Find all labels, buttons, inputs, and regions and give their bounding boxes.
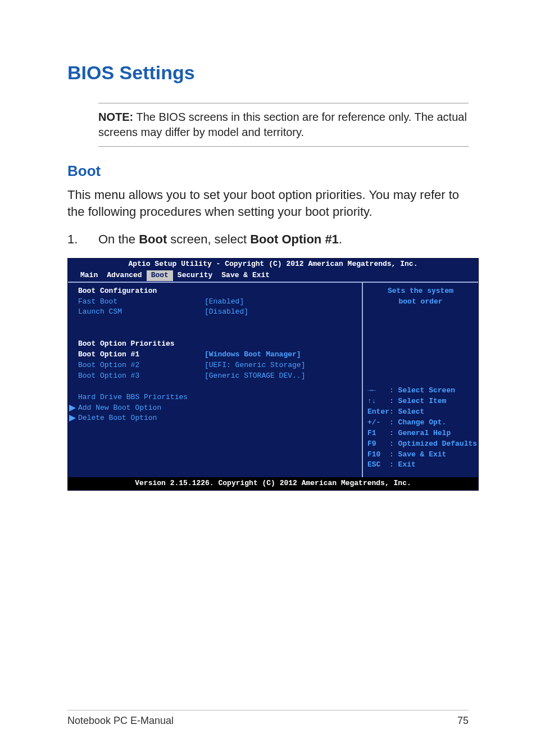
- bios-boot-opt2-label: Boot Option #2: [78, 360, 205, 371]
- bios-help-line2: boot order: [367, 297, 474, 307]
- bios-tab-boot: Boot: [147, 270, 173, 281]
- bios-fast-boot-label: Fast Boot: [78, 297, 205, 307]
- page-title: BIOS Settings: [67, 62, 469, 84]
- bios-boot-opt3-label: Boot Option #3: [78, 371, 205, 382]
- bios-key-0: →← : Select Screen: [367, 386, 474, 396]
- note-text: The BIOS screens in this section are for…: [98, 111, 467, 138]
- triangle-right-icon: [69, 405, 76, 411]
- step-text-mid: screen, select: [167, 232, 250, 246]
- note-label: NOTE:: [98, 111, 133, 123]
- bios-help-line1: Sets the system: [367, 286, 474, 297]
- bios-hdd-bbs: Hard Drive BBS Priorities: [78, 392, 205, 403]
- bios-title: Aptio Setup Utility - Copyright (C) 2012…: [68, 259, 478, 270]
- bios-tab-main: Main: [76, 270, 102, 281]
- bios-tab-security: Security: [173, 270, 217, 281]
- note-box: NOTE: The BIOS screens in this section a…: [98, 103, 469, 147]
- step-text-post: .: [339, 232, 342, 246]
- bios-section-priorities: Boot Option Priorities: [78, 339, 205, 350]
- bios-tab-save-exit: Save & Exit: [217, 270, 274, 281]
- step-1: 1. On the Boot screen, select Boot Optio…: [67, 231, 469, 248]
- bios-key-1: ↑↓ : Select Item: [367, 396, 474, 407]
- bios-add-boot: Add New Boot Option: [78, 403, 205, 414]
- footer-page-number: 75: [457, 715, 469, 727]
- bios-footer: Version 2.15.1226. Copyright (C) 2012 Am…: [68, 477, 478, 490]
- bios-section-boot-config: Boot Configuration: [78, 286, 205, 297]
- bios-launch-csm-value: [Disabled]: [205, 307, 248, 318]
- bios-boot-opt2-value: [UEFI: Generic Storage]: [205, 360, 305, 371]
- step-bold-2: Boot Option #1: [250, 232, 339, 246]
- bios-key-4: F1 : General Help: [367, 428, 474, 439]
- svg-marker-1: [69, 415, 76, 422]
- step-bold-1: Boot: [139, 232, 167, 246]
- bios-delete-boot: Delete Boot Option: [78, 413, 205, 424]
- bios-delete-boot-row: Delete Boot Option: [78, 413, 355, 424]
- triangle-right-icon: [69, 415, 76, 422]
- step-number: 1.: [67, 231, 98, 248]
- bios-left-panel: Boot Configuration Fast Boot [Enabled] L…: [68, 283, 363, 477]
- bios-key-3: +/- : Change Opt.: [367, 418, 474, 428]
- bios-tabs: Main Advanced Boot Security Save & Exit: [68, 270, 478, 282]
- bios-boot-opt3-value: [Generic STORAGE DEV..]: [205, 371, 305, 382]
- bios-key-7: ESC : Exit: [367, 460, 474, 470]
- intro-text: This menu allows you to set your boot op…: [67, 187, 469, 220]
- page-footer: Notebook PC E-Manual 75: [67, 710, 469, 727]
- bios-screenshot: Aptio Setup Utility - Copyright (C) 2012…: [67, 258, 479, 491]
- bios-launch-csm-label: Launch CSM: [78, 307, 205, 318]
- bios-key-5: F9 : Optimized Defaults: [367, 439, 474, 450]
- bios-tab-advanced: Advanced: [102, 270, 146, 281]
- bios-right-panel: Sets the system boot order →← : Select S…: [363, 283, 478, 477]
- footer-left: Notebook PC E-Manual: [67, 715, 174, 727]
- bios-add-boot-row: Add New Boot Option: [78, 403, 355, 414]
- bios-fast-boot-value: [Enabled]: [205, 297, 244, 307]
- svg-marker-0: [69, 405, 76, 411]
- section-heading: Boot: [67, 162, 469, 180]
- bios-boot-opt1-value: [Windows Boot Manager]: [205, 350, 301, 360]
- bios-boot-opt1-label: Boot Option #1: [78, 350, 205, 360]
- step-text-pre: On the: [98, 232, 139, 246]
- bios-key-6: F10 : Save & Exit: [367, 450, 474, 460]
- bios-key-2: Enter: Select: [367, 407, 474, 418]
